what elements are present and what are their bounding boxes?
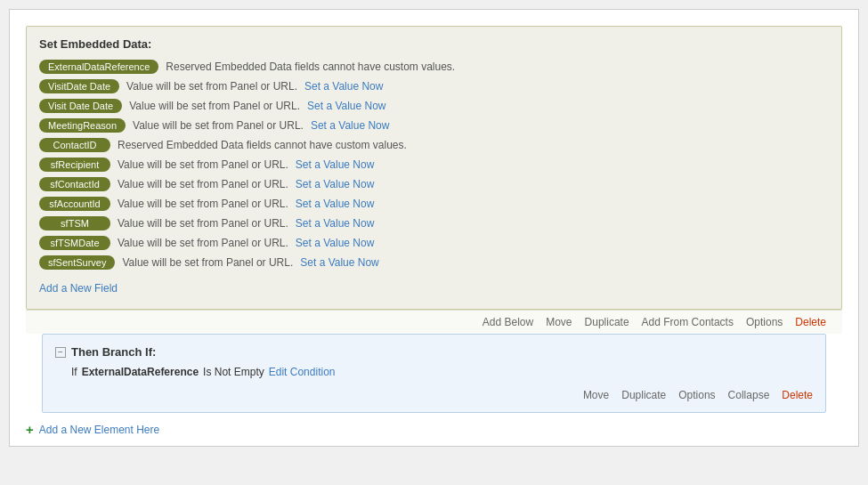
- add-below-link[interactable]: Add Below: [483, 316, 533, 328]
- branch-options-link[interactable]: Options: [678, 389, 715, 401]
- set-value-link[interactable]: Set a Value Now: [296, 198, 375, 210]
- add-from-contacts-link[interactable]: Add From Contacts: [642, 316, 734, 328]
- condition-row: If ExternalDataReference Is Not Empty Ed…: [71, 366, 813, 378]
- field-tag-VisitDateDate: VisitDate Date: [39, 79, 119, 93]
- set-value-link[interactable]: Set a Value Now: [300, 256, 379, 269]
- field-tag-sfContactId: sfContactId: [39, 177, 110, 191]
- block-title: Set Embedded Data:: [39, 37, 829, 51]
- branch-wrapper: − Then Branch If: If ExternalDataReferen…: [26, 334, 842, 413]
- delete-link[interactable]: Delete: [795, 316, 826, 328]
- field-description: Value will be set from Panel or URL.: [118, 237, 288, 249]
- field-tag-sfSentSurvey: sfSentSurvey: [39, 255, 115, 270]
- duplicate-link[interactable]: Duplicate: [585, 316, 629, 328]
- branch-action-bar: Move Duplicate Options Collapse Delete: [55, 384, 813, 403]
- field-tag-sfTSM: sfTSM: [39, 216, 110, 230]
- field-row: sfRecipientValue will be set from Panel …: [39, 158, 829, 172]
- field-tag-VisitDateDate: Visit Date Date: [39, 99, 122, 113]
- branch-title: Then Branch If:: [71, 345, 156, 359]
- field-tag-sfTSMDate: sfTSMDate: [39, 236, 110, 250]
- edit-condition-link[interactable]: Edit Condition: [269, 366, 336, 378]
- options-link[interactable]: Options: [746, 316, 783, 328]
- field-description: Value will be set from Panel or URL.: [118, 178, 288, 190]
- field-description: Value will be set from Panel or URL.: [118, 158, 288, 171]
- set-value-link[interactable]: Set a Value Now: [296, 158, 375, 171]
- add-element-link[interactable]: Add a New Element Here: [39, 424, 159, 436]
- field-description: Value will be set from Panel or URL.: [133, 119, 304, 132]
- branch-header: − Then Branch If:: [55, 345, 813, 359]
- field-row: sfSentSurveyValue will be set from Panel…: [39, 255, 829, 270]
- field-row: sfContactIdValue will be set from Panel …: [39, 177, 829, 191]
- field-row: sfTSMValue will be set from Panel or URL…: [39, 216, 829, 230]
- field-row: sfTSMDateValue will be set from Panel or…: [39, 236, 829, 250]
- set-value-link[interactable]: Set a Value Now: [296, 178, 375, 190]
- set-value-link[interactable]: Set a Value Now: [296, 237, 375, 249]
- branch-duplicate-link[interactable]: Duplicate: [621, 389, 666, 401]
- field-description: Value will be set from Panel or URL.: [129, 100, 300, 112]
- move-link[interactable]: Move: [546, 316, 572, 328]
- branch-move-link[interactable]: Move: [583, 389, 609, 401]
- condition-operator: Is Not Empty: [203, 366, 264, 378]
- field-tag-sfAccountId: sfAccountId: [39, 197, 110, 211]
- branch-block: − Then Branch If: If ExternalDataReferen…: [42, 334, 826, 413]
- set-value-link[interactable]: Set a Value Now: [304, 80, 384, 93]
- field-description: Value will be set from Panel or URL.: [118, 198, 288, 210]
- field-tag-sfRecipient: sfRecipient: [39, 158, 110, 172]
- add-new-field-link[interactable]: Add a New Field: [39, 282, 118, 295]
- field-row: VisitDate DateValue will be set from Pan…: [39, 79, 829, 93]
- field-row: ExternalDataReferenceReserved Embedded D…: [39, 60, 829, 74]
- condition-field-name: ExternalDataReference: [82, 366, 199, 378]
- field-row: MeetingReasonValue will be set from Pane…: [39, 118, 829, 133]
- field-description: Reserved Embedded Data fields cannot hav…: [118, 139, 407, 151]
- add-element-row: + Add a New Element Here: [10, 413, 858, 446]
- branch-collapse-link[interactable]: Collapse: [728, 389, 770, 401]
- field-description: Value will be set from Panel or URL.: [118, 217, 288, 230]
- field-description: Value will be set from Panel or URL.: [122, 256, 293, 269]
- set-value-link[interactable]: Set a Value Now: [296, 217, 375, 230]
- condition-if-keyword: If: [71, 366, 77, 378]
- set-value-link[interactable]: Set a Value Now: [311, 119, 390, 132]
- set-value-link[interactable]: Set a Value Now: [307, 100, 386, 112]
- fields-container: ExternalDataReferenceReserved Embedded D…: [39, 60, 829, 270]
- add-element-plus-icon: +: [26, 422, 34, 437]
- field-description: Value will be set from Panel or URL.: [126, 80, 297, 93]
- branch-delete-link[interactable]: Delete: [782, 389, 813, 401]
- field-row: sfAccountIdValue will be set from Panel …: [39, 197, 829, 211]
- main-container: Set Embedded Data: ExternalDataReference…: [9, 9, 859, 447]
- set-embedded-data-block: Set Embedded Data: ExternalDataReference…: [26, 26, 842, 310]
- field-tag-ExternalDataReference: ExternalDataReference: [39, 60, 158, 74]
- field-row: ContactIDReserved Embedded Data fields c…: [39, 138, 829, 152]
- field-description: Reserved Embedded Data fields cannot hav…: [166, 61, 455, 73]
- field-tag-MeetingReason: MeetingReason: [39, 118, 126, 133]
- collapse-icon[interactable]: −: [55, 347, 66, 358]
- embedded-action-bar: Add Below Move Duplicate Add From Contac…: [26, 310, 842, 334]
- add-new-field-row: Add a New Field: [39, 275, 829, 295]
- field-row: Visit Date DateValue will be set from Pa…: [39, 99, 829, 113]
- field-tag-ContactID: ContactID: [39, 138, 110, 152]
